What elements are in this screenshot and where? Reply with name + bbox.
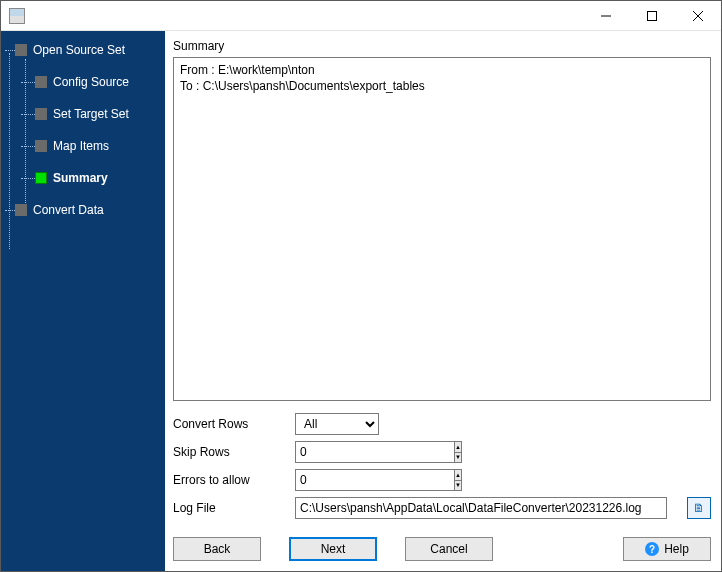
skip-rows-spinner[interactable]: ▲ ▼ (295, 441, 379, 463)
nav-label: Convert Data (33, 203, 104, 217)
nav-convert-data[interactable]: Convert Data (5, 199, 161, 221)
options-form: Convert Rows All Skip Rows ▲ ▼ (173, 413, 711, 519)
spin-down-icon[interactable]: ▼ (455, 481, 461, 491)
nav-label: Summary (53, 171, 108, 185)
titlebar (1, 1, 721, 31)
summary-textarea[interactable]: From : E:\work\temp\nton To : C:\Users\p… (173, 57, 711, 401)
maximize-button[interactable] (629, 1, 675, 31)
app-window: Open Source Set Config Source Set Target… (0, 0, 722, 572)
nav-label: Config Source (53, 75, 129, 89)
summary-line: From : E:\work\temp\nton (180, 63, 315, 77)
nav-open-source-set[interactable]: Open Source Set (5, 39, 161, 61)
wizard-buttons: Back Next Cancel ? Help (173, 533, 711, 561)
summary-line: To : C:\Users\pansh\Documents\export_tab… (180, 79, 425, 93)
nav-set-target-set[interactable]: Set Target Set (5, 103, 161, 125)
nav-label: Set Target Set (53, 107, 129, 121)
nav-label: Open Source Set (33, 43, 125, 57)
wizard-sidebar: Open Source Set Config Source Set Target… (1, 31, 165, 571)
nav-summary[interactable]: Summary (5, 167, 161, 189)
step-box-icon (35, 140, 47, 152)
main-panel: Summary From : E:\work\temp\nton To : C:… (165, 31, 721, 571)
convert-rows-label: Convert Rows (173, 417, 295, 431)
nav-label: Map Items (53, 139, 109, 153)
skip-rows-input[interactable] (295, 441, 454, 463)
app-icon (9, 8, 25, 24)
errors-allow-spinner[interactable]: ▲ ▼ (295, 469, 379, 491)
errors-allow-label: Errors to allow (173, 473, 295, 487)
back-button[interactable]: Back (173, 537, 261, 561)
spin-down-icon[interactable]: ▼ (455, 453, 461, 463)
page-title: Summary (173, 39, 711, 53)
minimize-button[interactable] (583, 1, 629, 31)
nav-config-source[interactable]: Config Source (5, 71, 161, 93)
step-box-icon (15, 44, 27, 56)
log-file-label: Log File (173, 501, 295, 515)
log-file-input[interactable] (295, 497, 667, 519)
help-label: Help (664, 542, 689, 556)
convert-rows-select[interactable]: All (295, 413, 379, 435)
step-box-icon (35, 172, 47, 184)
spin-up-icon[interactable]: ▲ (455, 442, 461, 453)
step-box-icon (15, 204, 27, 216)
next-button[interactable]: Next (289, 537, 377, 561)
help-icon: ? (645, 542, 659, 556)
help-button[interactable]: ? Help (623, 537, 711, 561)
close-button[interactable] (675, 1, 721, 31)
spin-up-icon[interactable]: ▲ (455, 470, 461, 481)
nav-map-items[interactable]: Map Items (5, 135, 161, 157)
step-box-icon (35, 76, 47, 88)
skip-rows-label: Skip Rows (173, 445, 295, 459)
svg-rect-1 (648, 11, 657, 20)
browse-log-button[interactable]: 🗎 (687, 497, 711, 519)
cancel-button[interactable]: Cancel (405, 537, 493, 561)
step-box-icon (35, 108, 47, 120)
errors-allow-input[interactable] (295, 469, 454, 491)
document-icon: 🗎 (693, 501, 705, 515)
